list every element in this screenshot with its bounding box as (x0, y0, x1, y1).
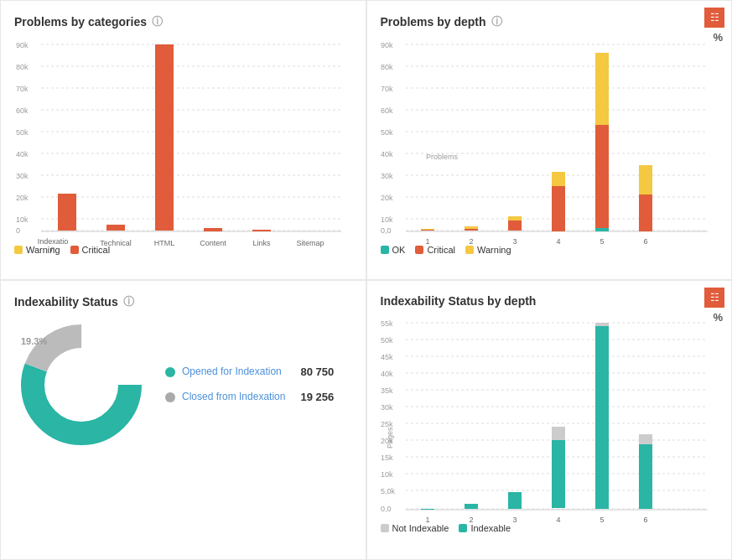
ibar-d4-indexable (552, 440, 565, 508)
svg-text:2: 2 (469, 237, 473, 246)
warning-dot (14, 246, 23, 254)
svg-text:60k: 60k (16, 106, 29, 115)
svg-text:0,0: 0,0 (381, 505, 392, 513)
svg-text:Links: Links (252, 239, 271, 247)
legend-warning-depth: Warning (465, 245, 511, 255)
bar-links (252, 230, 271, 231)
svg-text:40k: 40k (16, 150, 29, 158)
categories-bar-chart: 90k 80k 70k 60k 50k 40k 30k 20k 10k 0 (14, 36, 352, 240)
svg-text:70k: 70k (381, 85, 393, 93)
svg-text:30k: 30k (381, 403, 393, 412)
ibar-d1-indexable (421, 509, 434, 510)
svg-text:15k: 15k (381, 454, 393, 462)
svg-text:50k: 50k (381, 128, 393, 137)
bar-d6-critical (639, 194, 652, 231)
svg-text:50k: 50k (381, 336, 393, 345)
svg-text:90k: 90k (16, 41, 29, 49)
svg-text:HTML: HTML (154, 239, 175, 247)
critical-dot-depth (415, 246, 423, 254)
ibar-d5-indexable (595, 326, 609, 509)
legend-ok: OK (381, 245, 406, 255)
donut-closed-pct-label: 19.3% (21, 336, 47, 346)
svg-text:0: 0 (16, 226, 20, 235)
ok-label: OK (392, 245, 406, 255)
bar-d1-warning (421, 229, 434, 230)
svg-text:Content: Content (200, 239, 226, 247)
ibar-d6-indexable (639, 444, 652, 509)
depth-legend: OK Critical Warning (381, 245, 719, 255)
donut-opened-pct-label: 80.7% (68, 427, 94, 437)
svg-text:35k: 35k (381, 386, 393, 395)
bar-content (204, 228, 222, 231)
svg-text:70k: 70k (16, 85, 29, 93)
svg-text:0,0: 0,0 (381, 226, 392, 235)
svg-text:3: 3 (512, 516, 517, 524)
svg-text:5: 5 (600, 237, 604, 246)
bar-d5-warning (595, 53, 609, 125)
bar-d4-warning (552, 172, 565, 186)
closed-value: 19 256 (292, 391, 334, 403)
title-text-indexability-depth: Indexability Status by depth (381, 294, 537, 308)
legend-critical-depth: Critical (415, 245, 455, 255)
panel-problems-by-categories: Problems by categories ⓘ 90k 80k 70k 60k… (0, 0, 366, 280)
svg-text:4: 4 (556, 516, 560, 524)
bar-d1-critical (421, 230, 434, 231)
title-text-depth: Problems by depth (381, 15, 486, 29)
warning-label-depth: Warning (477, 245, 511, 255)
svg-text:20k: 20k (381, 194, 393, 202)
bar-d4-critical (552, 186, 565, 231)
indexability-legend-table: Opened for Indexation 80 750 Closed from… (165, 366, 334, 403)
not-indexable-dot (381, 524, 389, 532)
svg-text:1: 1 (425, 237, 429, 246)
dashboard: Problems by categories ⓘ 90k 80k 70k 60k… (0, 0, 732, 560)
bar-html (155, 44, 174, 231)
opened-dot (165, 367, 175, 377)
ibar-d5-not (595, 323, 609, 326)
closed-dot (165, 392, 175, 402)
ok-dot (381, 246, 389, 254)
svg-text:60k: 60k (381, 106, 393, 115)
indexable-label: Indexable (470, 523, 511, 533)
legend-indexable: Indexable (459, 523, 511, 533)
svg-text:10k: 10k (16, 215, 29, 224)
svg-text:4: 4 (556, 237, 560, 246)
svg-text:80k: 80k (381, 63, 393, 71)
opened-value: 80 750 (292, 366, 334, 378)
donut-chart: 80.7% 19.3% (14, 318, 148, 452)
ibar-d4-not (552, 427, 565, 440)
indexability-depth-chart-svg: 55k 50k 45k 40k 35k 30k 25k 20k 15k 10k … (381, 314, 708, 516)
svg-text:5,0k: 5,0k (381, 487, 396, 495)
svg-text:55k: 55k (381, 319, 393, 328)
title-text: Problems by categories (14, 15, 147, 29)
ibar-d2-indexable (465, 504, 478, 509)
categories-chart-svg: 90k 80k 70k 60k 50k 40k 30k 20k 10k 0 (14, 36, 341, 237)
svg-text:45k: 45k (381, 353, 393, 361)
chart-icon-button-depth[interactable]: ☷ (704, 8, 724, 28)
bar-d5-critical (595, 125, 609, 228)
bar-d3-warning (508, 216, 522, 220)
depth-chart-svg: 90k 80k 70k 60k 50k 40k 30k 20k 10k 0,0 … (381, 36, 708, 237)
panel-indexability-status: Indexability Status ⓘ 80.7% 19.3% (0, 280, 366, 560)
info-icon-indexability[interactable]: ⓘ (123, 294, 134, 309)
bar-d2-warning (465, 226, 478, 229)
info-icon-depth[interactable]: ⓘ (491, 14, 502, 29)
svg-text:5: 5 (600, 516, 604, 524)
panel-title-indexability: Indexability Status ⓘ (14, 294, 352, 309)
svg-text:Pages: Pages (386, 427, 394, 449)
info-icon-categories[interactable]: ⓘ (152, 14, 163, 29)
indexability-depth-legend: Not Indexable Indexable (381, 523, 719, 533)
bar-d6-warning (639, 165, 652, 194)
svg-text:6: 6 (643, 516, 647, 524)
opened-row: Opened for Indexation 80 750 (165, 366, 334, 379)
svg-text:1: 1 (425, 516, 429, 524)
chart-icon-button-indexability[interactable]: ☷ (704, 288, 724, 308)
closed-label: Closed from Indexation (182, 391, 285, 404)
svg-text:Technical: Technical (100, 239, 132, 247)
svg-text:30k: 30k (381, 172, 393, 180)
panel-title-problems-categories: Problems by categories ⓘ (14, 14, 352, 29)
svg-text:30k: 30k (16, 172, 29, 180)
warning-dot-depth (465, 246, 474, 254)
title-text-indexability: Indexability Status (14, 295, 118, 309)
legend-not-indexable: Not Indexable (381, 523, 449, 533)
donut-section: 80.7% 19.3% Opened for Indexation 80 750… (14, 318, 352, 452)
